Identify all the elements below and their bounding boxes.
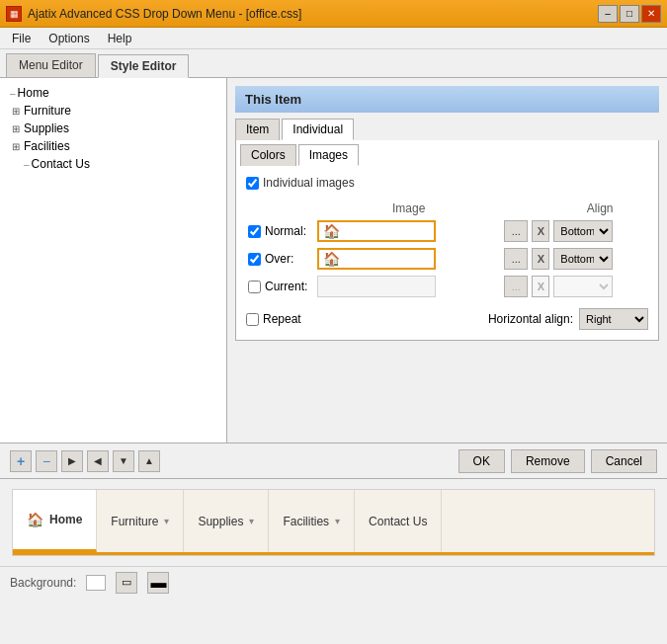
individual-images-checkbox[interactable]: [246, 177, 259, 190]
preview-facilities[interactable]: Facilities ▾: [269, 490, 355, 552]
repeat-checkbox[interactable]: [246, 313, 259, 326]
content-panel: Individual images Image Align: [235, 166, 659, 341]
horiz-align-group: Horizontal align: Right Left Center: [488, 308, 648, 330]
remove-action-button[interactable]: Remove: [511, 449, 585, 473]
preview-furniture-label: Furniture: [111, 515, 158, 528]
maximize-button[interactable]: □: [620, 5, 639, 23]
preview-contact-label: Contact Us: [369, 515, 427, 528]
expand-icon-facilities: ⊞: [10, 140, 22, 152]
tree-label-home: Home: [18, 86, 49, 100]
current-browse-button[interactable]: ...: [504, 276, 528, 297]
current-label: Current:: [265, 280, 307, 293]
tree-dot: –: [10, 88, 16, 99]
preview-facilities-label: Facilities: [283, 515, 329, 528]
tree-dot-contact: –: [24, 159, 30, 170]
normal-label-group: Normal:: [248, 224, 313, 238]
small-view-icon[interactable]: ▭: [116, 572, 137, 594]
toolbar-right: OK Remove Cancel: [459, 449, 657, 473]
current-align-select: [553, 276, 613, 297]
background-label: Background:: [10, 576, 76, 590]
individual-images-label: Individual images: [263, 176, 355, 190]
background-color-box[interactable]: [86, 575, 106, 591]
over-label: Over:: [265, 252, 293, 266]
horiz-align-label: Horizontal align:: [488, 312, 573, 326]
arrow-icon-facilities: ▾: [335, 516, 340, 526]
normal-align-select[interactable]: Bottom Top Center: [553, 220, 613, 242]
table-row: Normal: 🏠 ... X: [246, 217, 648, 245]
main-area: – Home ⊞ Furniture ⊞ Supplies ⊞ Faciliti…: [0, 78, 667, 443]
minimize-button[interactable]: –: [598, 5, 618, 23]
app-icon: ▦: [6, 6, 22, 22]
down-button[interactable]: ▼: [113, 450, 134, 472]
normal-label: Normal:: [265, 224, 306, 238]
add-button[interactable]: +: [10, 450, 32, 472]
tree-item-contact[interactable]: – Contact Us: [6, 155, 220, 173]
tab-style-editor[interactable]: Style Editor: [98, 54, 190, 78]
normal-image-input[interactable]: 🏠: [317, 220, 436, 242]
horiz-align-select[interactable]: Right Left Center: [579, 308, 648, 330]
next-button[interactable]: ▶: [61, 450, 83, 472]
large-view-icon[interactable]: ▬: [147, 572, 169, 594]
normal-checkbox[interactable]: [248, 225, 261, 238]
tree-item-facilities[interactable]: ⊞ Facilities: [6, 137, 220, 155]
inner-tab-bar: Item Individual: [235, 119, 659, 140]
tab-individual[interactable]: Individual: [282, 119, 354, 140]
over-checkbox[interactable]: [248, 253, 261, 266]
up-button[interactable]: ▲: [138, 450, 160, 472]
tab-menu-editor[interactable]: Menu Editor: [6, 53, 96, 77]
prev-button[interactable]: ◀: [87, 450, 109, 472]
tab-colors[interactable]: Colors: [240, 144, 296, 166]
current-image-input: [317, 276, 436, 297]
bottom-bar: Background: ▭ ▬: [0, 566, 667, 598]
remove-button[interactable]: −: [36, 450, 57, 472]
menu-bar: File Options Help: [0, 28, 667, 49]
current-checkbox[interactable]: [248, 281, 261, 293]
ok-button[interactable]: OK: [459, 449, 505, 473]
title-bar: ▦ Ajatix Advanced CSS Drop Down Menu - […: [0, 0, 667, 28]
sub-tab-bar: Colors Images: [235, 140, 659, 166]
preview-home[interactable]: 🏠 Home: [13, 490, 97, 552]
individual-images-row: Individual images: [246, 176, 648, 190]
home-icon: 🏠: [27, 512, 43, 527]
over-label-group: Over:: [248, 252, 313, 266]
preview-furniture[interactable]: Furniture ▾: [97, 490, 184, 552]
preview-supplies[interactable]: Supplies ▾: [184, 490, 269, 552]
preview-contact[interactable]: Contact Us: [355, 490, 442, 552]
tree-item-supplies[interactable]: ⊞ Supplies: [6, 120, 220, 137]
current-label-group: Current:: [248, 280, 313, 293]
preview-supplies-label: Supplies: [198, 515, 243, 528]
normal-browse-button[interactable]: ...: [504, 220, 528, 242]
over-image-input[interactable]: 🏠: [317, 248, 436, 270]
preview-menu: 🏠 Home Furniture ▾ Supplies ▾ Facilities…: [13, 490, 654, 555]
tree-label-contact: Contact Us: [32, 157, 90, 171]
repeat-group: Repeat: [246, 312, 301, 326]
menu-file[interactable]: File: [4, 30, 39, 47]
over-align-select[interactable]: Bottom Top Center: [553, 248, 613, 270]
image-table: Image Align Normal:: [246, 200, 648, 300]
bottom-toolbar: + − ▶ ◀ ▼ ▲ OK Remove Cancel: [0, 443, 667, 479]
tree-label-supplies: Supplies: [24, 121, 69, 135]
align-col-header: Align: [551, 200, 648, 217]
toolbar-left: + − ▶ ◀ ▼ ▲: [10, 450, 160, 472]
preview-container: 🏠 Home Furniture ▾ Supplies ▾ Facilities…: [0, 479, 667, 566]
normal-home-icon: 🏠: [323, 223, 340, 239]
tree-item-home[interactable]: – Home: [6, 84, 220, 102]
over-browse-button[interactable]: ...: [504, 248, 528, 270]
over-home-icon: 🏠: [323, 251, 340, 267]
top-tab-bar: Menu Editor Style Editor: [0, 49, 667, 78]
tree-label-furniture: Furniture: [24, 104, 71, 118]
close-button[interactable]: ✕: [641, 5, 661, 23]
tab-images[interactable]: Images: [298, 144, 359, 166]
normal-clear-button[interactable]: X: [532, 220, 549, 242]
table-row: Over: 🏠 ... X: [246, 245, 648, 273]
over-clear-button[interactable]: X: [532, 248, 549, 270]
expand-icon-supplies: ⊞: [10, 122, 22, 134]
preview-area: 🏠 Home Furniture ▾ Supplies ▾ Facilities…: [12, 489, 655, 556]
tree-item-furniture[interactable]: ⊞ Furniture: [6, 102, 220, 120]
current-clear-button: X: [532, 276, 549, 297]
options-row: Repeat Horizontal align: Right Left Cent…: [246, 308, 648, 330]
cancel-button[interactable]: Cancel: [591, 449, 657, 473]
menu-help[interactable]: Help: [100, 30, 140, 47]
menu-options[interactable]: Options: [41, 30, 97, 47]
tab-item[interactable]: Item: [235, 119, 280, 140]
